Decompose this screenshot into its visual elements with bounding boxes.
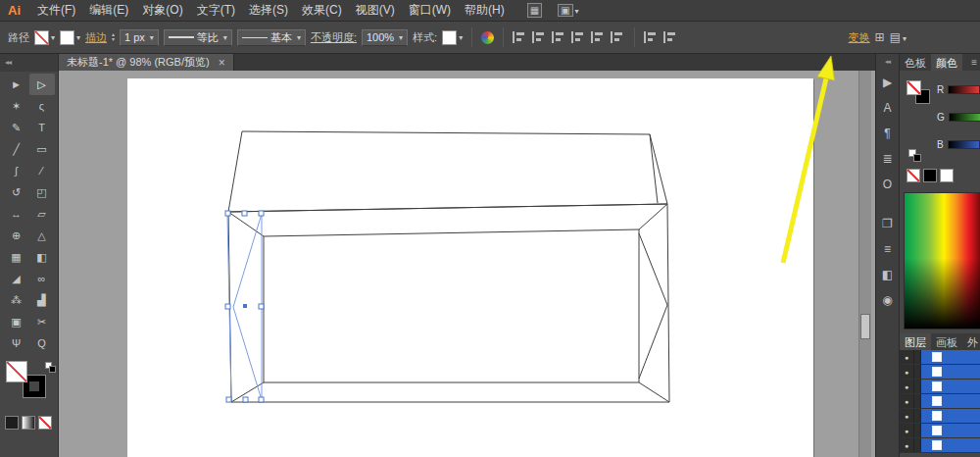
control-bar-menu[interactable]: ▤▾ bbox=[890, 30, 906, 44]
visibility-eye-icon[interactable]: ● bbox=[900, 380, 914, 393]
tab-appearance[interactable]: 外 bbox=[962, 333, 980, 350]
channel-g-slider[interactable] bbox=[949, 113, 980, 122]
visibility-eye-icon[interactable]: ● bbox=[900, 350, 914, 364]
appearance-panel-icon[interactable]: ❐ bbox=[876, 211, 899, 236]
tab-layers[interactable]: 图层 bbox=[900, 333, 931, 350]
flow-panel-icon[interactable]: ▶ bbox=[876, 70, 899, 95]
hand-tool[interactable]: Ψ bbox=[4, 332, 29, 354]
layer-row[interactable]: ● bbox=[900, 409, 980, 424]
scrollbar-thumb[interactable] bbox=[860, 314, 870, 339]
none-mode-icon[interactable] bbox=[38, 416, 52, 430]
gradient-panel-icon[interactable]: ◧ bbox=[876, 262, 899, 287]
layer-row-selected[interactable] bbox=[921, 424, 980, 437]
opentype-panel-icon[interactable]: O bbox=[876, 172, 899, 197]
gradient-tool[interactable]: ◧ bbox=[29, 246, 55, 268]
direct-selection-tool[interactable]: ▷ bbox=[29, 74, 55, 95]
stroke-profile-dropdown[interactable]: 等比 ▾ bbox=[164, 29, 232, 46]
paintbrush-tool[interactable]: ∫ bbox=[4, 160, 29, 181]
scale-tool[interactable]: ◰ bbox=[29, 181, 55, 203]
brush-definition-dropdown[interactable]: 基本 ▾ bbox=[237, 29, 306, 46]
symbol-sprayer-tool[interactable]: ⁂ bbox=[4, 289, 29, 311]
fill-swatch[interactable] bbox=[6, 361, 27, 382]
layer-row[interactable]: ● bbox=[900, 350, 980, 365]
tools-collapse-icon[interactable]: ◂◂ bbox=[0, 54, 58, 72]
layer-row[interactable]: ● bbox=[900, 424, 980, 438]
color-mode-icon[interactable] bbox=[5, 416, 19, 430]
stroke-width-field[interactable]: 1 px ▾ bbox=[120, 29, 159, 46]
panel-fill-swatch[interactable] bbox=[906, 80, 921, 95]
eyedropper-tool[interactable]: ◢ bbox=[4, 268, 29, 289]
white-swatch[interactable] bbox=[940, 169, 954, 182]
panel-menu-icon[interactable]: ≡ bbox=[968, 54, 980, 71]
visibility-eye-icon[interactable]: ● bbox=[900, 438, 914, 452]
menu-help[interactable]: 帮助(H) bbox=[458, 0, 512, 21]
tab-close-icon[interactable]: × bbox=[219, 57, 225, 69]
channel-b-slider[interactable] bbox=[948, 140, 980, 149]
menu-type[interactable]: 文字(T) bbox=[190, 0, 242, 21]
gradient-mode-icon[interactable] bbox=[22, 416, 35, 430]
rectangle-tool[interactable]: ▭ bbox=[29, 138, 55, 160]
channel-r-slider[interactable] bbox=[948, 85, 980, 94]
align-bottom-icon[interactable] bbox=[611, 31, 625, 43]
layer-row[interactable]: ● bbox=[900, 394, 980, 409]
symbols-panel-icon[interactable]: ◉ bbox=[876, 287, 899, 313]
reference-point-grid-icon[interactable]: ⊞ bbox=[875, 30, 885, 44]
layer-row-selected[interactable] bbox=[921, 438, 980, 452]
align-right-icon[interactable] bbox=[552, 31, 566, 43]
visibility-eye-icon[interactable]: ● bbox=[900, 424, 914, 437]
menu-effect[interactable]: 效果(C) bbox=[295, 0, 349, 21]
layer-row-selected[interactable] bbox=[921, 350, 980, 364]
perspective-grid-tool[interactable]: △ bbox=[29, 225, 55, 246]
stroke-panel-link[interactable]: 描边 bbox=[85, 30, 107, 45]
width-tool[interactable]: ↔ bbox=[4, 203, 29, 225]
graphic-style-dropdown[interactable]: ▾ bbox=[442, 30, 463, 45]
recolor-artwork-icon[interactable] bbox=[481, 31, 494, 44]
workspace-switcher[interactable]: ▣▾ bbox=[558, 4, 578, 17]
align-v-center-icon[interactable] bbox=[591, 31, 606, 43]
artboard-tool[interactable]: ▣ bbox=[4, 311, 29, 332]
column-graph-tool[interactable]: ▟ bbox=[29, 289, 55, 311]
free-transform-tool[interactable]: ▱ bbox=[29, 203, 55, 225]
paragraph-panel-icon[interactable]: ¶ bbox=[876, 121, 899, 146]
lasso-tool[interactable]: ς bbox=[29, 95, 55, 117]
layer-row[interactable]: ● bbox=[900, 365, 980, 380]
character-panel-icon[interactable]: A bbox=[876, 95, 899, 121]
opacity-panel-link[interactable]: 不透明度: bbox=[311, 30, 357, 45]
layer-row-selected[interactable] bbox=[921, 380, 980, 393]
color-spectrum[interactable] bbox=[904, 192, 980, 330]
layer-row-selected[interactable] bbox=[921, 409, 980, 423]
expand-panels-icon[interactable]: ◂◂ bbox=[885, 54, 890, 70]
pencil-tool[interactable]: ⁄ bbox=[29, 160, 55, 181]
tab-color[interactable]: 颜色 bbox=[931, 54, 962, 71]
tab-artboards[interactable]: 画板 bbox=[931, 333, 962, 350]
menu-select[interactable]: 选择(S) bbox=[242, 0, 295, 21]
visibility-eye-icon[interactable]: ● bbox=[900, 365, 914, 379]
vertical-scrollbar[interactable] bbox=[858, 71, 871, 457]
align-left-icon[interactable] bbox=[513, 31, 527, 43]
transform-panel-link[interactable]: 变换 bbox=[849, 30, 870, 45]
distribute-horizontal-icon[interactable] bbox=[644, 31, 659, 43]
menu-view[interactable]: 视图(V) bbox=[349, 0, 402, 21]
none-swatch[interactable] bbox=[906, 169, 920, 182]
rotate-tool[interactable]: ↺ bbox=[4, 181, 29, 203]
glyphs-panel-icon[interactable]: ≣ bbox=[876, 146, 899, 172]
menu-file[interactable]: 文件(F) bbox=[30, 0, 82, 21]
mesh-tool[interactable]: ▦ bbox=[4, 246, 29, 268]
artwork-canvas[interactable] bbox=[59, 71, 875, 457]
document-tab[interactable]: 未标题-1* @ 98% (RGB/预览) × bbox=[59, 54, 234, 71]
distribute-vertical-icon[interactable] bbox=[663, 31, 678, 43]
layer-row-selected[interactable] bbox=[921, 365, 980, 379]
opacity-field[interactable]: 100% ▾ bbox=[362, 29, 408, 46]
app-logo[interactable]: Ai bbox=[0, 3, 30, 18]
visibility-eye-icon[interactable]: ● bbox=[900, 409, 914, 423]
line-segment-tool[interactable]: ╱ bbox=[4, 138, 29, 160]
tab-swatches[interactable]: 色板 bbox=[900, 54, 931, 71]
align-h-center-icon[interactable] bbox=[532, 31, 547, 43]
arrange-documents-icon[interactable]: ▦ bbox=[527, 3, 542, 18]
blend-tool[interactable]: ∞ bbox=[29, 268, 55, 289]
magic-wand-tool[interactable]: ✶ bbox=[4, 95, 29, 117]
slice-tool[interactable]: ✂ bbox=[29, 311, 55, 332]
menu-window[interactable]: 窗口(W) bbox=[402, 0, 458, 21]
canvas-area[interactable] bbox=[59, 71, 875, 457]
align-top-icon[interactable] bbox=[571, 31, 586, 43]
